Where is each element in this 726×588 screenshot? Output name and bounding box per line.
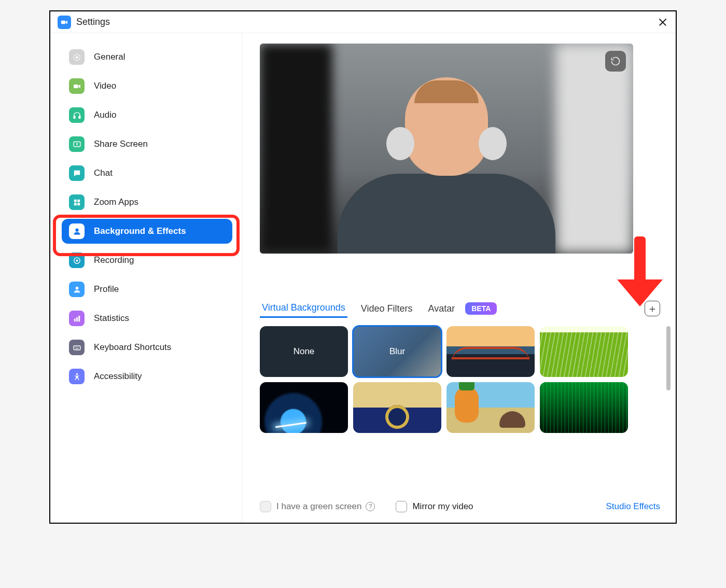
preview-person bbox=[338, 72, 555, 254]
background-tile-bridge[interactable] bbox=[446, 326, 535, 377]
sidebar-item-label: Statistics bbox=[94, 313, 129, 324]
green-screen-label: I have a green screen bbox=[276, 501, 361, 512]
svg-rect-7 bbox=[77, 199, 80, 202]
keyboard-icon bbox=[69, 340, 85, 355]
tile-label: Blur bbox=[389, 346, 405, 357]
mirror-video-checkbox[interactable] bbox=[396, 501, 407, 512]
sidebar-item-audio[interactable]: Audio bbox=[62, 103, 232, 128]
sidebar-item-label: Video bbox=[94, 81, 116, 91]
sidebar-item-label: Recording bbox=[94, 255, 134, 265]
sidebar-item-label: Chat bbox=[94, 168, 113, 178]
person-icon bbox=[69, 223, 85, 239]
video-preview bbox=[260, 44, 633, 254]
background-tile-grass[interactable] bbox=[540, 326, 628, 377]
svg-point-12 bbox=[76, 259, 78, 261]
sidebar-item-label: Keyboard Shortcuts bbox=[94, 342, 171, 353]
svg-point-13 bbox=[75, 286, 78, 289]
add-background-button[interactable]: ＋ bbox=[645, 301, 660, 316]
svg-rect-9 bbox=[77, 203, 80, 205]
beta-badge: BETA bbox=[465, 302, 497, 315]
studio-effects-link[interactable]: Studio Effects bbox=[606, 501, 660, 512]
svg-rect-8 bbox=[74, 203, 76, 205]
apps-icon bbox=[69, 194, 85, 210]
record-icon bbox=[69, 253, 85, 268]
svg-point-20 bbox=[77, 347, 78, 347]
svg-rect-3 bbox=[74, 116, 75, 118]
svg-rect-4 bbox=[79, 116, 80, 118]
gear-icon bbox=[69, 49, 85, 65]
tile-label: None bbox=[294, 346, 315, 357]
svg-point-22 bbox=[76, 373, 78, 375]
titlebar: Settings bbox=[50, 11, 676, 33]
svg-point-1 bbox=[76, 56, 78, 58]
svg-rect-0 bbox=[61, 20, 65, 24]
sidebar-item-background-effects[interactable]: Background & Effects bbox=[62, 219, 232, 244]
svg-point-10 bbox=[75, 228, 78, 231]
tab-avatar[interactable]: Avatar bbox=[426, 300, 457, 317]
zoom-logo-icon bbox=[58, 16, 71, 29]
sidebar-item-label: Zoom Apps bbox=[94, 197, 138, 207]
background-tile-bikini-bottom[interactable] bbox=[446, 382, 535, 433]
help-icon[interactable]: ? bbox=[366, 502, 375, 511]
close-button[interactable] bbox=[657, 17, 668, 28]
statistics-icon bbox=[69, 311, 85, 326]
sidebar: General Video Audio Share Screen Chat Zo… bbox=[50, 33, 242, 523]
sidebar-item-label: Accessibility bbox=[94, 371, 142, 382]
background-tile-blur[interactable]: Blur bbox=[353, 326, 441, 377]
sidebar-item-label: Background & Effects bbox=[94, 226, 186, 236]
headphones-icon bbox=[69, 107, 85, 123]
settings-window: Settings General Video Audio Share Scree… bbox=[49, 10, 677, 524]
sidebar-item-zoom-apps[interactable]: Zoom Apps bbox=[62, 190, 232, 215]
footer: I have a green screen ? Mirror my video … bbox=[260, 491, 660, 512]
green-screen-checkbox[interactable] bbox=[260, 501, 271, 512]
sidebar-item-chat[interactable]: Chat bbox=[62, 161, 232, 186]
main-panel: Virtual Backgrounds Video Filters Avatar… bbox=[242, 33, 676, 523]
window-title: Settings bbox=[76, 17, 110, 27]
profile-icon bbox=[69, 282, 85, 297]
tabs: Virtual Backgrounds Video Filters Avatar… bbox=[260, 299, 660, 318]
svg-rect-16 bbox=[78, 315, 80, 321]
share-screen-icon bbox=[69, 136, 85, 152]
sidebar-item-label: Profile bbox=[94, 284, 119, 295]
svg-rect-17 bbox=[74, 345, 80, 349]
svg-point-19 bbox=[76, 347, 77, 347]
sidebar-item-label: General bbox=[94, 52, 125, 62]
svg-rect-2 bbox=[74, 84, 78, 88]
mirror-video-label: Mirror my video bbox=[412, 501, 473, 512]
sidebar-item-video[interactable]: Video bbox=[62, 74, 232, 99]
background-tile-none[interactable]: None bbox=[260, 326, 348, 377]
svg-rect-21 bbox=[75, 348, 78, 348]
background-grid: None Blur bbox=[260, 326, 660, 433]
sidebar-item-share-screen[interactable]: Share Screen bbox=[62, 132, 232, 157]
tab-virtual-backgrounds[interactable]: Virtual Backgrounds bbox=[260, 299, 347, 318]
sidebar-item-label: Share Screen bbox=[94, 139, 148, 149]
grid-scrollbar[interactable] bbox=[666, 326, 671, 390]
svg-rect-15 bbox=[76, 317, 78, 321]
rotate-camera-button[interactable] bbox=[605, 51, 626, 72]
background-tile-matrix[interactable] bbox=[540, 382, 628, 433]
video-icon bbox=[69, 78, 85, 94]
svg-rect-6 bbox=[74, 199, 76, 202]
sidebar-item-accessibility[interactable]: Accessibility bbox=[62, 364, 232, 389]
svg-point-18 bbox=[75, 347, 75, 347]
sidebar-item-keyboard-shortcuts[interactable]: Keyboard Shortcuts bbox=[62, 335, 232, 360]
sidebar-item-recording[interactable]: Recording bbox=[62, 248, 232, 273]
accessibility-icon bbox=[69, 369, 85, 384]
svg-rect-14 bbox=[74, 318, 75, 321]
background-tile-earth[interactable] bbox=[260, 382, 348, 433]
background-tile-oval-office[interactable] bbox=[353, 382, 441, 433]
tab-video-filters[interactable]: Video Filters bbox=[359, 300, 415, 317]
sidebar-item-label: Audio bbox=[94, 110, 116, 120]
sidebar-item-profile[interactable]: Profile bbox=[62, 277, 232, 302]
chat-icon bbox=[69, 165, 85, 181]
sidebar-item-statistics[interactable]: Statistics bbox=[62, 306, 232, 331]
sidebar-item-general[interactable]: General bbox=[62, 45, 232, 69]
